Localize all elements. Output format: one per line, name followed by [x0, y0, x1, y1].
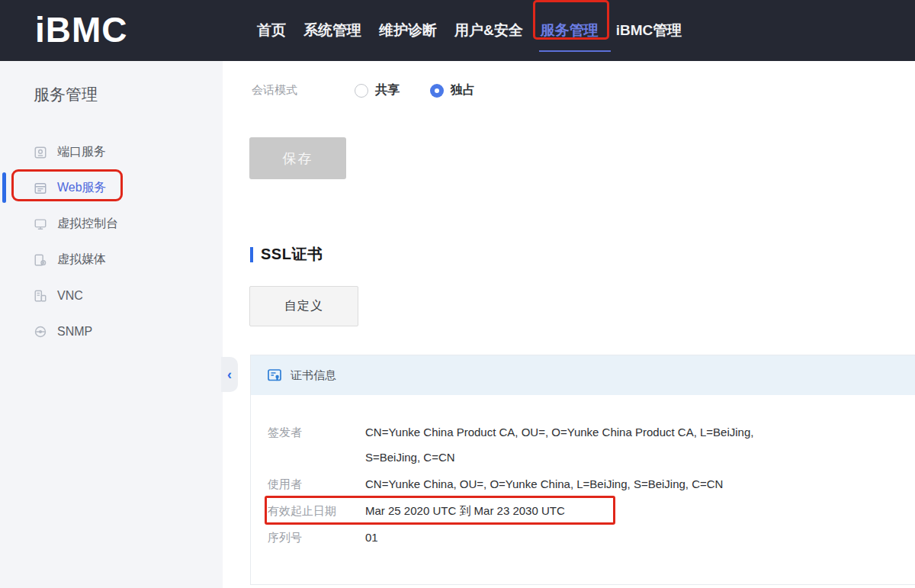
certificate-icon — [267, 368, 282, 383]
cert-row-subject: 使用者 CN=Yunke China, OU=, O=Yunke China, … — [268, 471, 915, 496]
radio-option-exclusive[interactable]: 独占 — [430, 82, 475, 98]
radio-unchecked-icon[interactable] — [355, 84, 368, 98]
sidebar-item-label: Web服务 — [57, 180, 107, 196]
radio-label: 共享 — [375, 82, 400, 98]
radio-label: 独占 — [451, 82, 475, 98]
nav-item-home[interactable]: 首页 — [257, 21, 286, 40]
sidebar-item-snmp[interactable]: SNMP — [0, 313, 223, 349]
radio-option-shared[interactable]: 共享 — [355, 82, 400, 98]
cert-row-serial-number: 序列号 01 — [268, 525, 915, 550]
cert-field-value: Mar 25 2020 UTC 到 Mar 23 2030 UTC — [365, 498, 565, 523]
certificate-details: 签发者 CN=Yunke China Product CA, OU=, O=Yu… — [251, 395, 915, 550]
cert-field-value: CN=Yunke China Product CA, OU=, O=Yunke … — [365, 419, 788, 470]
sidebar-item-label: 端口服务 — [57, 144, 106, 160]
certificate-info-panel: 证书信息 签发者 CN=Yunke China Product CA, OU=,… — [250, 355, 915, 585]
cert-field-label: 序列号 — [268, 525, 365, 550]
nav-item-maintenance-diagnostics[interactable]: 维护诊断 — [379, 21, 437, 40]
save-button[interactable]: 保存 — [249, 137, 346, 179]
sidebar-item-virtual-media[interactable]: 虚拟媒体 — [0, 242, 223, 278]
sidebar-item-label: SNMP — [57, 325, 92, 339]
sidebar-item-vnc[interactable]: VNC — [0, 278, 223, 313]
sidebar-collapse-button[interactable]: ‹ — [221, 357, 238, 392]
certificate-panel-header: 证书信息 — [251, 355, 915, 395]
sidebar-title: 服务管理 — [34, 84, 98, 105]
nav-item-system-management[interactable]: 系统管理 — [303, 21, 361, 40]
ibmc-logo: iBMC — [35, 9, 128, 50]
customize-button[interactable]: 自定义 — [249, 286, 358, 326]
sidebar-item-label: VNC — [57, 289, 83, 303]
cert-field-value: CN=Yunke China, OU=, O=Yunke China, L=Be… — [365, 471, 723, 496]
sidebar-item-virtual-console[interactable]: 虚拟控制台 — [0, 206, 223, 242]
main-content: 会话模式 共享 独占 保存 SSL证书 自定义 证书信息 — [223, 61, 915, 588]
radio-checked-icon[interactable] — [430, 84, 444, 98]
ssl-section-heading: SSL证书 — [250, 244, 323, 265]
virtual-console-icon — [34, 217, 47, 231]
session-mode-row: 会话模式 共享 独占 — [252, 82, 506, 98]
certificate-panel-title: 证书信息 — [291, 368, 336, 383]
main-nav: 首页 系统管理 维护诊断 用户&安全 服务管理 iBMC管理 — [257, 0, 682, 61]
cert-row-issuer: 签发者 CN=Yunke China Product CA, OU=, O=Yu… — [268, 419, 915, 470]
nav-item-user-security[interactable]: 用户&安全 — [454, 21, 523, 40]
section-accent-bar — [250, 247, 253, 262]
vnc-icon — [34, 289, 47, 303]
active-tab-underline — [539, 50, 611, 52]
session-mode-label: 会话模式 — [252, 83, 355, 98]
top-navbar: iBMC 首页 系统管理 维护诊断 用户&安全 服务管理 iBMC管理 — [0, 0, 915, 61]
chevron-left-icon: ‹ — [227, 367, 232, 383]
cert-field-label: 使用者 — [268, 471, 365, 496]
cert-row-validity-period: 有效起止日期 Mar 25 2020 UTC 到 Mar 23 2030 UTC — [268, 498, 915, 523]
cert-field-value: 01 — [365, 525, 378, 550]
snmp-icon — [34, 325, 47, 339]
cert-field-label: 有效起止日期 — [268, 498, 365, 523]
sidebar-menu: 端口服务 Web服务 虚拟控制台 — [0, 134, 223, 349]
sidebar-item-label: 虚拟媒体 — [57, 252, 106, 268]
port-service-icon — [34, 146, 47, 159]
sidebar-item-port-service[interactable]: 端口服务 — [0, 134, 223, 170]
cert-field-label: 签发者 — [268, 419, 365, 470]
web-service-icon — [34, 182, 47, 195]
virtual-media-icon — [34, 253, 47, 267]
nav-item-ibmc-management[interactable]: iBMC管理 — [616, 21, 682, 40]
sidebar-item-web-service[interactable]: Web服务 — [0, 170, 223, 206]
sidebar-item-label: 虚拟控制台 — [57, 216, 118, 232]
section-title: SSL证书 — [261, 244, 323, 265]
nav-item-label: 服务管理 — [541, 22, 599, 38]
nav-item-service-management[interactable]: 服务管理 — [541, 21, 599, 40]
sidebar: 服务管理 端口服务 Web服务 — [0, 61, 223, 588]
